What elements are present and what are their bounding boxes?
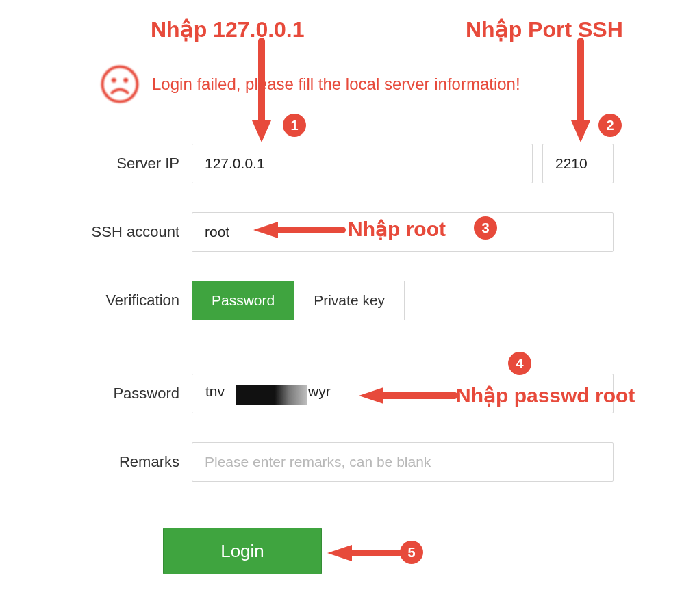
- server-port-input[interactable]: [542, 144, 614, 183]
- label-remarks: Remarks: [0, 453, 192, 471]
- login-error: Login failed, please fill the local serv…: [100, 64, 520, 104]
- svg-marker-6: [571, 120, 590, 142]
- error-message: Login failed, please fill the local serv…: [152, 75, 520, 94]
- server-ip-input[interactable]: [192, 144, 533, 183]
- row-verification: Verification Password Private key: [0, 281, 405, 320]
- verification-option-password[interactable]: Password: [192, 281, 294, 320]
- label-ssh-account: SSH account: [0, 223, 192, 241]
- login-button[interactable]: Login: [163, 528, 322, 574]
- row-remarks: Remarks: [0, 442, 614, 482]
- svg-marker-12: [327, 545, 352, 561]
- ssh-account-input[interactable]: [192, 212, 614, 252]
- password-input[interactable]: [192, 374, 614, 413]
- svg-point-2: [123, 78, 128, 83]
- remarks-input[interactable]: [192, 442, 614, 482]
- verification-option-privatekey[interactable]: Private key: [294, 281, 405, 320]
- row-ssh-account: SSH account: [0, 212, 614, 252]
- sad-face-icon: [100, 64, 140, 104]
- svg-marker-4: [252, 120, 271, 142]
- label-password: Password: [0, 385, 192, 402]
- label-verification: Verification: [0, 292, 192, 309]
- annotation-title-ip: Nhập 127.0.0.1: [151, 16, 305, 42]
- annotation-badge-5: 5: [400, 541, 423, 564]
- annotation-arrow-login: [327, 541, 400, 565]
- label-server-ip: Server IP: [0, 155, 192, 172]
- annotation-title-port: Nhập Port SSH: [466, 16, 623, 42]
- row-server-ip: Server IP: [0, 144, 614, 183]
- annotation-badge-2: 2: [598, 114, 622, 137]
- annotation-arrow-port: [567, 41, 594, 144]
- svg-point-0: [102, 66, 137, 101]
- svg-point-1: [112, 78, 116, 83]
- annotation-badge-1: 1: [283, 114, 306, 137]
- annotation-badge-4: 4: [508, 352, 531, 375]
- verification-toggle: Password Private key: [192, 281, 405, 320]
- row-password: Password: [0, 374, 614, 413]
